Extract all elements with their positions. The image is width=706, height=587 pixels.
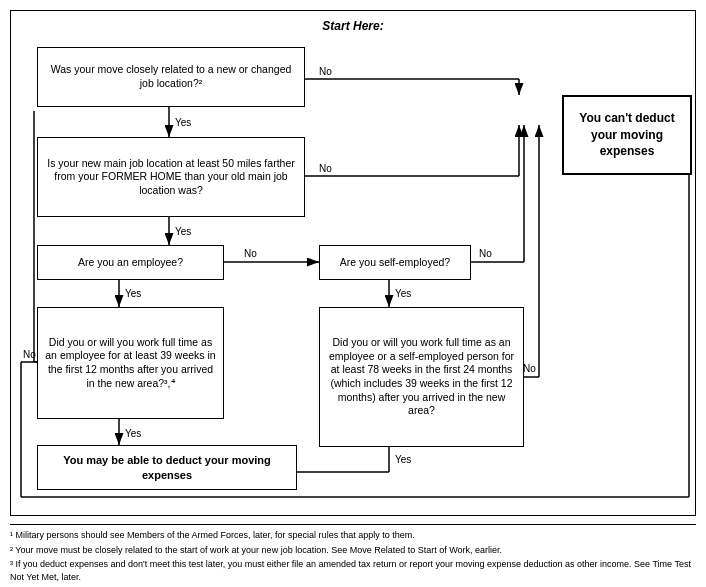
svg-text:No: No [479, 248, 492, 259]
result-no-box: You can't deduct your moving expenses [562, 95, 692, 175]
result-yes-box: You may be able to deduct your moving ex… [37, 445, 297, 490]
svg-text:No: No [319, 163, 332, 174]
q5-box: Did you or will you work full time as an… [37, 307, 224, 419]
footnote-3: ³ If you deduct expenses and don't meet … [10, 558, 696, 583]
q3-box: Are you an employee? [37, 245, 224, 280]
svg-text:Yes: Yes [175, 117, 191, 128]
flowchart-area: Yes No Yes No Yes No No Yes [19, 37, 687, 507]
svg-text:No: No [23, 349, 36, 360]
outer-border: Start Here: Yes No Yes [10, 10, 696, 516]
svg-text:No: No [319, 66, 332, 77]
footnotes: ¹ Military persons should see Members of… [10, 524, 696, 587]
svg-text:Yes: Yes [395, 288, 411, 299]
footnote-2: ² Your move must be closely related to t… [10, 544, 696, 557]
svg-text:Yes: Yes [125, 428, 141, 439]
start-label: Start Here: [19, 19, 687, 33]
svg-text:Yes: Yes [395, 454, 411, 465]
svg-text:Yes: Yes [175, 226, 191, 237]
q4-box: Are you self-employed? [319, 245, 471, 280]
footnote-1: ¹ Military persons should see Members of… [10, 529, 696, 542]
q6-box: Did you or will you work full time as an… [319, 307, 524, 447]
svg-text:No: No [244, 248, 257, 259]
q2-box: Is your new main job location at least 5… [37, 137, 305, 217]
q1-box: Was your move closely related to a new o… [37, 47, 305, 107]
svg-text:No: No [523, 363, 536, 374]
svg-text:Yes: Yes [125, 288, 141, 299]
